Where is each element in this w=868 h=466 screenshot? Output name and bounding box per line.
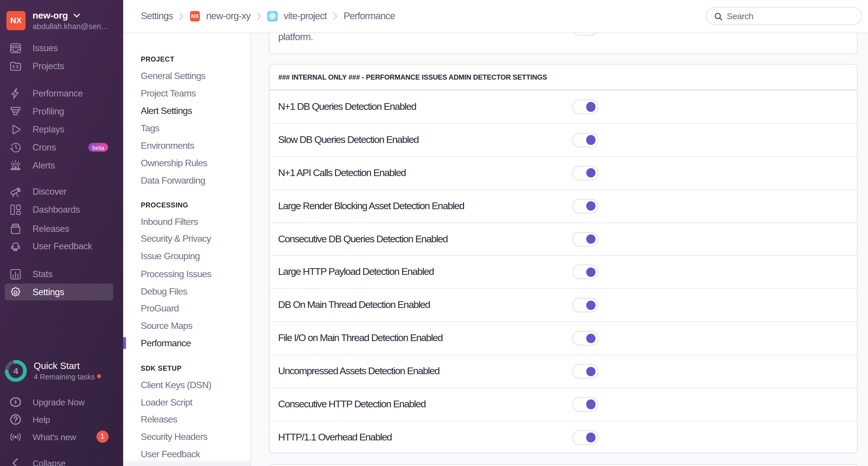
- svg-text:4: 4: [14, 366, 18, 375]
